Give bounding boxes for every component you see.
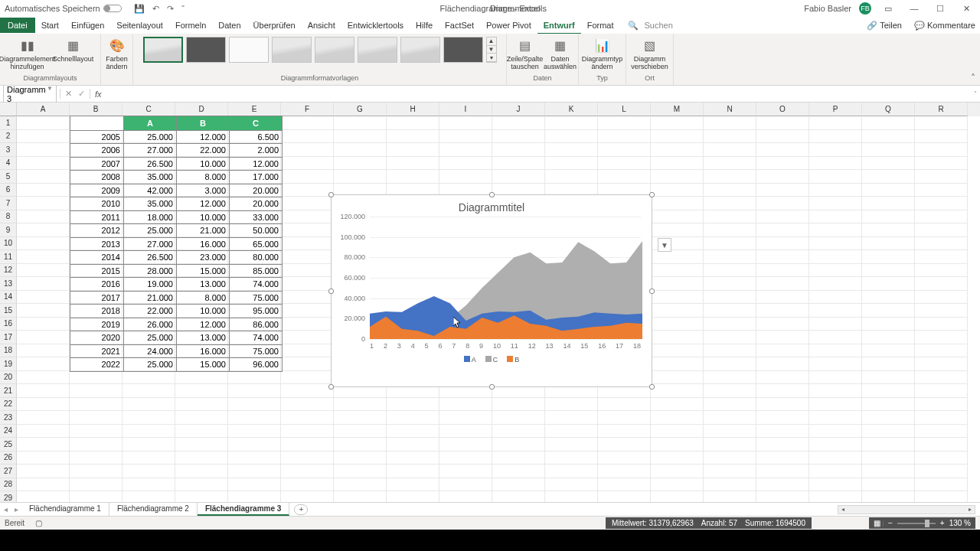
col-header[interactable]: R	[915, 103, 968, 116]
horizontal-scrollbar[interactable]: ◂▸	[838, 505, 975, 514]
maximize-icon[interactable]: ☐	[931, 4, 949, 14]
legend-item[interactable]: B	[507, 356, 519, 364]
row-header[interactable]: 26	[0, 452, 17, 465]
zoom-level[interactable]: 130 %	[949, 519, 971, 527]
tab-start[interactable]: Start	[35, 18, 65, 33]
tab-formeln[interactable]: Formeln	[169, 18, 212, 33]
select-all-corner[interactable]	[0, 103, 17, 116]
tab-daten[interactable]: Daten	[212, 18, 247, 33]
resize-handle[interactable]	[649, 192, 655, 197]
sheet-nav-next[interactable]: ▸	[11, 505, 21, 514]
autosave-toggle[interactable]: Automatisches Speichern	[5, 4, 122, 13]
tab-einfügen[interactable]: Einfügen	[65, 18, 110, 33]
tab-format[interactable]: Format	[581, 18, 620, 33]
sheet-tab[interactable]: Flächendiagramme 1	[21, 503, 109, 516]
user-avatar[interactable]: FB	[859, 2, 871, 15]
chart-style-4[interactable]	[272, 37, 312, 63]
resize-handle[interactable]	[328, 289, 334, 294]
tab-entwurf[interactable]: Entwurf	[537, 18, 581, 34]
chart-style-6[interactable]	[358, 37, 397, 63]
ribbon-display-icon[interactable]: ▭	[879, 4, 897, 14]
row-header[interactable]: 22	[0, 398, 17, 412]
comments-button[interactable]: 💬 Kommentare	[914, 21, 975, 31]
row-header[interactable]: 23	[0, 411, 17, 425]
row-header[interactable]: 3	[0, 143, 17, 157]
chart-style-5[interactable]	[315, 37, 354, 63]
add-chart-element-button[interactable]: ▮▮Diagrammelement hinzufügen	[5, 38, 50, 71]
row-header[interactable]: 1	[0, 116, 17, 130]
chart-style-2[interactable]	[186, 37, 226, 63]
name-box[interactable]: Diagramm 3▼	[3, 83, 57, 105]
row-header[interactable]: 21	[0, 384, 17, 398]
expand-fx-icon[interactable]: ˅	[974, 90, 980, 97]
row-header[interactable]: 24	[0, 425, 17, 439]
col-header[interactable]: L	[598, 103, 651, 116]
legend-item[interactable]: C	[485, 356, 498, 364]
row-header[interactable]: 18	[0, 344, 17, 358]
change-chart-type-button[interactable]: 📊Diagrammtyp ändern	[580, 38, 625, 71]
save-icon[interactable]: 💾	[134, 4, 145, 14]
tab-hilfe[interactable]: Hilfe	[410, 18, 439, 33]
row-header[interactable]: 14	[0, 291, 17, 305]
col-header[interactable]: Q	[862, 103, 915, 116]
resize-handle[interactable]	[489, 192, 495, 197]
search-input[interactable]: Suchen	[639, 18, 679, 33]
sheet-nav-prev[interactable]: ◂	[0, 505, 11, 514]
change-colors-button[interactable]: 🎨Farben ändern	[103, 38, 131, 71]
col-header[interactable]: H	[387, 103, 439, 116]
col-header[interactable]: E	[228, 103, 281, 116]
col-header[interactable]: P	[809, 103, 862, 116]
zoom-out-icon[interactable]: −	[888, 519, 893, 527]
row-header[interactable]: 16	[0, 318, 17, 331]
row-header[interactable]: 25	[0, 438, 17, 452]
close-icon[interactable]: ✕	[957, 4, 975, 14]
col-header[interactable]: A	[17, 103, 70, 116]
tab-factset[interactable]: FactSet	[439, 18, 480, 33]
col-header[interactable]: D	[175, 103, 228, 116]
sheet-tab[interactable]: Flächendiagramme 3	[198, 503, 289, 516]
resize-handle[interactable]	[489, 384, 495, 390]
chart-legend[interactable]: ACB	[332, 350, 652, 364]
row-header[interactable]: 28	[0, 478, 17, 492]
row-header[interactable]: 11	[0, 250, 17, 264]
enter-fx-icon[interactable]: ✓	[78, 89, 85, 99]
row-header[interactable]: 2	[0, 130, 17, 144]
qat-more-icon[interactable]: ⁼	[181, 4, 185, 14]
row-header[interactable]: 13	[0, 277, 17, 291]
row-header[interactable]: 10	[0, 237, 17, 251]
chart-plot-area[interactable]: 020.00040.00060.00080.000100.000120.000	[370, 217, 641, 339]
tab-file[interactable]: Datei	[0, 18, 35, 33]
col-header[interactable]: J	[492, 103, 545, 116]
row-header[interactable]: 20	[0, 371, 17, 385]
col-header[interactable]: K	[545, 103, 598, 116]
row-header[interactable]: 27	[0, 465, 17, 478]
macro-record-icon[interactable]: ▢	[35, 519, 42, 527]
row-header[interactable]: 5	[0, 170, 17, 184]
row-header[interactable]: 9	[0, 223, 17, 237]
row-header[interactable]: 19	[0, 357, 17, 371]
select-data-button[interactable]: ▦Daten auswählen	[544, 38, 577, 71]
row-header[interactable]: 4	[0, 157, 17, 171]
chart-style-8[interactable]	[443, 37, 483, 63]
legend-item[interactable]: A	[464, 356, 476, 364]
zoom-slider[interactable]	[897, 523, 936, 524]
col-header[interactable]: M	[651, 103, 704, 116]
row-header[interactable]: 7	[0, 197, 17, 210]
chart-title[interactable]: Diagrammtitel	[332, 195, 652, 217]
chart-object[interactable]: ▼ Diagrammtitel 020.00040.00060.00080.00…	[331, 194, 652, 387]
col-header[interactable]: C	[122, 103, 175, 116]
chart-filter-button[interactable]: ▼	[658, 238, 671, 252]
row-header[interactable]: 8	[0, 210, 17, 224]
tab-seitenlayout[interactable]: Seitenlayout	[110, 18, 169, 33]
tab-entwicklertools[interactable]: Entwicklertools	[341, 18, 410, 33]
col-header[interactable]: N	[704, 103, 756, 116]
row-header[interactable]: 12	[0, 264, 17, 278]
resize-handle[interactable]	[649, 384, 655, 390]
resize-handle[interactable]	[328, 384, 334, 390]
chart-style-7[interactable]	[400, 37, 440, 63]
minimize-icon[interactable]: —	[905, 4, 923, 13]
undo-icon[interactable]: ↶	[152, 4, 159, 14]
add-sheet-button[interactable]: +	[294, 504, 308, 515]
collapse-ribbon-icon[interactable]: ˄	[971, 73, 975, 83]
tab-ansicht[interactable]: Ansicht	[302, 18, 341, 33]
